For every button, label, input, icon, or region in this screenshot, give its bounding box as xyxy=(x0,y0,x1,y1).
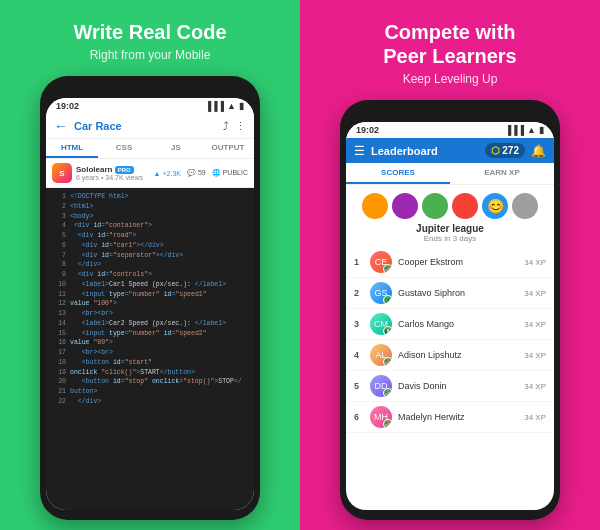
flag-4: 🇺🇸 xyxy=(383,357,392,366)
lb-points: ⬡ 272 xyxy=(485,143,525,158)
player-name-5: Davis Donin xyxy=(398,381,518,391)
right-title: Compete with Peer Learners xyxy=(383,20,516,68)
code-line: 14 <label>Car2 Speed (px/sec.): </label> xyxy=(52,319,248,329)
tab-earn-xp[interactable]: EARN XP xyxy=(450,163,554,184)
league-avatar-1 xyxy=(362,193,388,219)
code-line: 4 <div id="container"> xyxy=(52,221,248,231)
rank-3: 3 xyxy=(354,319,364,329)
leaderboard-list: 1 CE 🇺🇸 Cooper Ekstrom 34 XP 2 GS 🇧🇷 Gus… xyxy=(346,247,554,510)
rank-1: 1 xyxy=(354,257,364,267)
player-xp-6: 34 XP xyxy=(524,413,546,422)
flag-2: 🇧🇷 xyxy=(383,295,392,304)
battery-icon: ▮ xyxy=(239,101,244,111)
player-xp-3: 34 XP xyxy=(524,320,546,329)
rank-5: 5 xyxy=(354,381,364,391)
left-screen: 19:02 ▐▐▐ ▲ ▮ ← Car Race ⤴ ⋮ HTML CSS xyxy=(46,98,254,510)
code-line: 17 <br><br> xyxy=(52,348,248,358)
lb-row-2: 2 GS 🇧🇷 Gustavo Siphron 34 XP xyxy=(346,278,554,309)
upvote-count[interactable]: ▲ +2.3K xyxy=(154,170,181,177)
sl-info: Sololearn PRO 6 years • 34.7K views xyxy=(76,165,150,181)
lb-tabs: SCORES EARN XP xyxy=(346,163,554,185)
sl-badge: PRO xyxy=(115,166,134,174)
points-icon: ⬡ xyxy=(491,145,500,156)
lb-row-1: 1 CE 🇺🇸 Cooper Ekstrom 34 XP xyxy=(346,247,554,278)
code-line: 8 </div> xyxy=(52,260,248,270)
status-bar-right: 19:02 ▐▐▐ ▲ ▮ xyxy=(346,122,554,138)
left-title: Write Real Code xyxy=(74,20,227,44)
sl-name: Sololearn PRO xyxy=(76,165,150,174)
lb-row-6: 6 MH 🇺🇸 Madelyn Herwitz 34 XP xyxy=(346,402,554,433)
points-value: 272 xyxy=(502,145,519,156)
tab-scores[interactable]: SCORES xyxy=(346,163,450,184)
battery-icon-r: ▮ xyxy=(539,125,544,135)
player-name-4: Adison Lipshutz xyxy=(398,350,518,360)
league-name: Jupiter league xyxy=(346,223,554,234)
code-tab-bar: HTML CSS JS OUTPUT xyxy=(46,139,254,159)
avatar-4: AL 🇺🇸 xyxy=(370,344,392,366)
right-phone: 19:02 ▐▐▐ ▲ ▮ ☰ Leaderboard ⬡ 272 🔔 S xyxy=(340,100,560,520)
rank-2: 2 xyxy=(354,288,364,298)
code-line: 1<!DOCTYPE html> xyxy=(52,192,248,202)
tab-output[interactable]: OUTPUT xyxy=(202,139,254,158)
code-line: 12value="100"> xyxy=(52,299,248,309)
comment-count: 💬 59 xyxy=(187,169,206,177)
notification-icon[interactable]: 🔔 xyxy=(531,144,546,158)
menu-icon[interactable]: ☰ xyxy=(354,144,365,158)
time-right: 19:02 xyxy=(356,125,379,135)
flag-1: 🇺🇸 xyxy=(383,264,392,273)
player-name-2: Gustavo Siphron xyxy=(398,288,518,298)
code-line: 11 <input type="number" id="speed1" xyxy=(52,290,248,300)
league-info: Jupiter league Ends in 3 days xyxy=(346,221,554,247)
tab-css[interactable]: CSS xyxy=(98,139,150,158)
league-avatar-4 xyxy=(452,193,478,219)
code-line: 7 <div id="separator"></div> xyxy=(52,251,248,261)
flag-6: 🇺🇸 xyxy=(383,419,392,428)
right-screen: 19:02 ▐▐▐ ▲ ▮ ☰ Leaderboard ⬡ 272 🔔 S xyxy=(346,122,554,510)
avatar-3: CM 🇲🇽 xyxy=(370,313,392,335)
more-icon[interactable]: ⋮ xyxy=(235,120,246,133)
flag-3: 🇲🇽 xyxy=(383,326,392,335)
rank-4: 4 xyxy=(354,350,364,360)
code-line: 5 <div id="road"> xyxy=(52,231,248,241)
code-line: 2<html> xyxy=(52,202,248,212)
code-line: 21button> xyxy=(52,387,248,397)
avatar-6: MH 🇺🇸 xyxy=(370,406,392,428)
league-avatar-5: 😊 xyxy=(482,193,508,219)
rank-6: 6 xyxy=(354,412,364,422)
left-panel: Write Real Code Right from your Mobile 1… xyxy=(0,0,300,530)
code-line: 13 <br><br> xyxy=(52,309,248,319)
wifi-icon: ▲ xyxy=(227,101,236,111)
visibility: 🌐 PUBLIC xyxy=(212,169,248,177)
right-panel: Compete with Peer Learners Keep Leveling… xyxy=(300,0,600,530)
tab-js[interactable]: JS xyxy=(150,139,202,158)
player-xp-1: 34 XP xyxy=(524,258,546,267)
code-line: 16value="80"> xyxy=(52,338,248,348)
lb-header: ☰ Leaderboard ⬡ 272 🔔 xyxy=(346,138,554,163)
phone-notch-left xyxy=(120,86,180,94)
sl-stats: ▲ +2.3K 💬 59 🌐 PUBLIC xyxy=(154,169,248,177)
signal-icon-r: ▐▐▐ xyxy=(505,125,524,135)
code-line: 19onclick="click()">START</button> xyxy=(52,368,248,378)
tab-html[interactable]: HTML xyxy=(46,139,98,158)
player-xp-5: 34 XP xyxy=(524,382,546,391)
flag-5: 🇺🇸 xyxy=(383,388,392,397)
code-line: 15 <input type="number" id="speed2" xyxy=(52,329,248,339)
player-name-6: Madelyn Herwitz xyxy=(398,412,518,422)
code-line: 6 <div id="car1"></div> xyxy=(52,241,248,251)
avatar-2: GS 🇧🇷 xyxy=(370,282,392,304)
sololearn-bar: S Sololearn PRO 6 years • 34.7K views ▲ … xyxy=(46,159,254,188)
lb-row-4: 4 AL 🇺🇸 Adison Lipshutz 34 XP xyxy=(346,340,554,371)
status-icons-left: ▐▐▐ ▲ ▮ xyxy=(205,101,244,111)
league-ends: Ends in 3 days xyxy=(346,234,554,243)
left-subtitle: Right from your Mobile xyxy=(90,48,211,62)
lb-title: Leaderboard xyxy=(371,145,485,157)
back-icon[interactable]: ← xyxy=(54,118,68,134)
status-icons-right: ▐▐▐ ▲ ▮ xyxy=(505,125,544,135)
league-avatar-2 xyxy=(392,193,418,219)
code-app-title: Car Race xyxy=(74,120,223,132)
share-icon[interactable]: ⤴ xyxy=(223,120,229,133)
signal-icon: ▐▐▐ xyxy=(205,101,224,111)
right-subtitle: Keep Leveling Up xyxy=(403,72,498,86)
player-name-3: Carlos Mango xyxy=(398,319,518,329)
status-bar-left: 19:02 ▐▐▐ ▲ ▮ xyxy=(46,98,254,114)
